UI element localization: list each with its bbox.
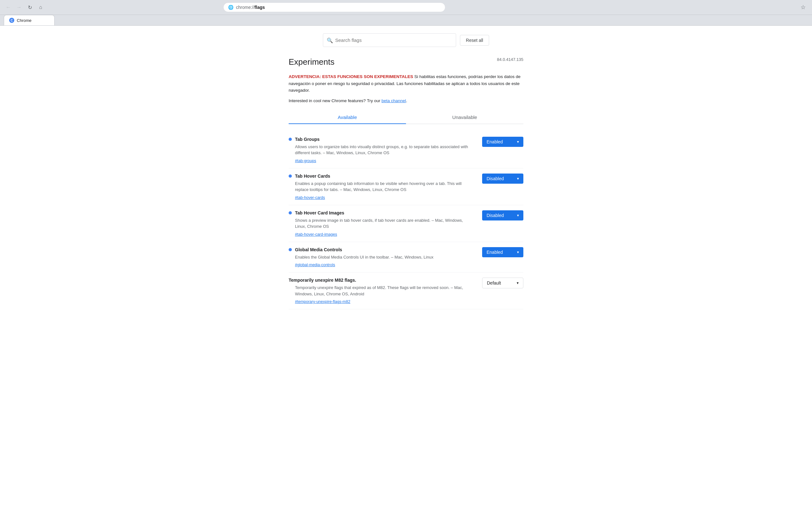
reset-all-button[interactable]: Reset all <box>460 35 489 46</box>
bookmark-icon: ☆ <box>801 4 806 10</box>
flag-state-label: Default <box>487 281 501 286</box>
flag-description: Shows a preview image in tab hover cards… <box>295 217 474 230</box>
bookmark-button[interactable]: ☆ <box>798 3 808 12</box>
chevron-down-icon: ▾ <box>517 213 519 218</box>
flag-title-row: Global Media Controls <box>289 247 474 252</box>
address-path: flags <box>254 5 265 10</box>
flag-hash[interactable]: #temporary-unexpire-flags-m82 <box>295 299 350 304</box>
flag-hash[interactable]: #tab-groups <box>295 158 316 163</box>
flag-left: Tab Hover Card Images Shows a preview im… <box>289 210 482 237</box>
flag-description: Temporarily unexpire flags that expired … <box>295 285 474 297</box>
flag-hash[interactable]: #global-media-controls <box>295 263 335 267</box>
flag-state-button-global-media-controls[interactable]: Enabled ▾ <box>482 247 523 257</box>
forward-button[interactable]: → <box>14 3 24 12</box>
reload-icon: ↻ <box>28 4 32 10</box>
flag-title-row: Tab Hover Cards <box>289 174 474 179</box>
flag-state-label: Disabled <box>487 213 504 218</box>
tab-unavailable[interactable]: Unavailable <box>406 111 523 124</box>
flag-state-button-unexpire-m82[interactable]: Default ▾ <box>482 278 523 288</box>
flag-title-row: Temporarily unexpire M82 flags. <box>289 278 474 283</box>
chevron-down-icon: ▾ <box>517 140 519 144</box>
flag-left: Global Media Controls Enables the Global… <box>289 247 482 267</box>
flag-item-global-media-controls: Global Media Controls Enables the Global… <box>289 242 523 273</box>
chevron-down-icon: ▾ <box>517 250 519 254</box>
flag-left: Temporarily unexpire M82 flags. Temporar… <box>289 278 482 304</box>
flag-state-label: Enabled <box>487 139 503 144</box>
secure-icon: 🌐 <box>228 5 233 10</box>
chevron-down-icon: ▾ <box>517 281 519 285</box>
flag-description: Enables the Global Media Controls UI in … <box>295 254 474 260</box>
flag-hash[interactable]: #tab-hover-cards <box>295 195 325 200</box>
home-button[interactable]: ⌂ <box>36 3 45 12</box>
flag-dot <box>289 211 292 214</box>
flag-dropdown-tab-hover-card-images: Disabled ▾ <box>482 210 523 221</box>
tab-title: Chrome <box>17 18 31 23</box>
chevron-down-icon: ▾ <box>517 176 519 181</box>
flag-title-row: Tab Hover Card Images <box>289 210 474 215</box>
address-text: chrome://flags <box>236 5 441 10</box>
home-icon: ⌂ <box>39 4 42 10</box>
flag-item-tab-groups: Tab Groups Allows users to organize tabs… <box>289 132 523 169</box>
flag-dropdown-unexpire-m82: Default ▾ <box>482 278 523 288</box>
beta-link[interactable]: beta channel <box>382 98 406 103</box>
flag-title: Tab Hover Cards <box>295 174 330 179</box>
warning-text: ADVERTENCIA: ESTAS FUNCIONES SON EXPERIM… <box>289 73 523 94</box>
flag-item-tab-hover-cards: Tab Hover Cards Enables a popup containi… <box>289 169 523 205</box>
flag-state-label: Disabled <box>487 176 504 181</box>
flag-title: Tab Hover Card Images <box>295 210 344 215</box>
forward-icon: → <box>17 4 22 10</box>
flag-item-tab-hover-card-images: Tab Hover Card Images Shows a preview im… <box>289 205 523 242</box>
warning-title: ADVERTENCIA: ESTAS FUNCIONES SON EXPERIM… <box>289 74 413 79</box>
flag-state-button-tab-groups[interactable]: Enabled ▾ <box>482 137 523 147</box>
flag-item-unexpire-m82: Temporarily unexpire M82 flags. Temporar… <box>289 272 523 309</box>
address-protocol: chrome:// <box>236 5 254 10</box>
beta-period: . <box>406 98 407 103</box>
flag-state-button-tab-hover-card-images[interactable]: Disabled ▾ <box>482 210 523 221</box>
search-container: 🔍 <box>323 33 456 47</box>
tabs-row: Available Unavailable <box>289 111 523 124</box>
beta-text: Interested in cool new Chrome features? … <box>289 98 523 103</box>
header-row: Experiments 84.0.4147.135 <box>289 57 523 69</box>
flag-title: Tab Groups <box>295 137 320 142</box>
page-title: Experiments <box>289 57 335 67</box>
version-number: 84.0.4147.135 <box>497 57 523 62</box>
flag-dot <box>289 174 292 178</box>
flags-list: Tab Groups Allows users to organize tabs… <box>289 132 523 310</box>
flag-title: Temporarily unexpire M82 flags. <box>289 278 356 283</box>
beta-intro: Interested in cool new Chrome features? … <box>289 98 382 103</box>
tab-favicon: C <box>9 18 14 23</box>
flag-dropdown-global-media-controls: Enabled ▾ <box>482 247 523 257</box>
flag-left: Tab Hover Cards Enables a popup containi… <box>289 174 482 200</box>
flag-title: Global Media Controls <box>295 247 342 252</box>
flag-description: Enables a popup containing tab informati… <box>295 180 474 193</box>
browser-tab[interactable]: C Chrome <box>4 15 55 25</box>
flag-state-button-tab-hover-cards[interactable]: Disabled ▾ <box>482 174 523 184</box>
page: 🔍 Reset all Experiments 84.0.4147.135 AD… <box>0 26 812 519</box>
flag-title-row: Tab Groups <box>289 137 474 142</box>
browser-chrome: ← → ↻ ⌂ 🌐 chrome://flags ☆ <box>0 0 812 15</box>
search-input[interactable] <box>323 33 456 47</box>
flag-description: Allows users to organize tabs into visua… <box>295 144 474 156</box>
search-icon: 🔍 <box>327 37 333 43</box>
back-icon: ← <box>6 4 11 10</box>
flag-dropdown-tab-groups: Enabled ▾ <box>482 137 523 147</box>
flag-dot <box>289 248 292 251</box>
search-area: 🔍 Reset all <box>289 33 523 47</box>
flag-dot <box>289 138 292 141</box>
flag-dropdown-tab-hover-cards: Disabled ▾ <box>482 174 523 184</box>
nav-buttons: ← → ↻ ⌂ <box>4 3 45 12</box>
flag-state-label: Enabled <box>487 250 503 255</box>
reload-button[interactable]: ↻ <box>25 3 34 12</box>
tab-available[interactable]: Available <box>289 111 406 124</box>
address-bar[interactable]: 🌐 chrome://flags <box>223 3 445 12</box>
flag-left: Tab Groups Allows users to organize tabs… <box>289 137 482 163</box>
tab-bar: C Chrome <box>0 15 812 26</box>
back-button[interactable]: ← <box>4 3 13 12</box>
page-content: 🔍 Reset all Experiments 84.0.4147.135 AD… <box>282 26 530 317</box>
flag-hash[interactable]: #tab-hover-card-images <box>295 232 337 237</box>
